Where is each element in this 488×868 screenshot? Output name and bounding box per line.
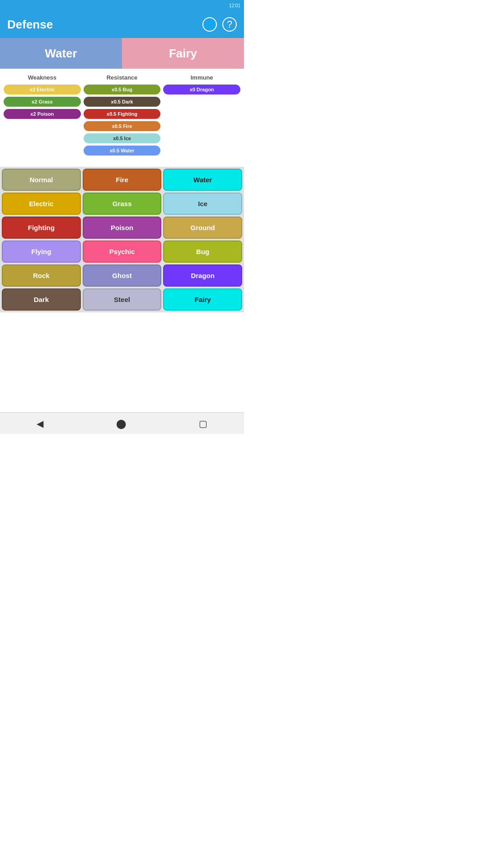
page-title: Defense bbox=[7, 18, 53, 32]
weakness-column: Weakness x2 Electric x2 Grass x2 Poison bbox=[4, 74, 81, 158]
type-grid-btn-ghost[interactable]: Ghost bbox=[83, 264, 162, 287]
type-button-water[interactable]: Water bbox=[0, 38, 122, 69]
app-header: Defense 🌐 ? bbox=[0, 11, 244, 38]
weakness-poison[interactable]: x2 Poison bbox=[4, 109, 81, 119]
type-grid-btn-poison[interactable]: Poison bbox=[83, 217, 162, 239]
type-grid-btn-electric[interactable]: Electric bbox=[2, 193, 81, 215]
type-grid-btn-ground[interactable]: Ground bbox=[163, 217, 242, 239]
type-grid-btn-psychic[interactable]: Psychic bbox=[83, 241, 162, 263]
recents-button[interactable]: ▢ bbox=[199, 418, 207, 429]
back-button[interactable]: ◀ bbox=[37, 418, 43, 429]
resistance-fighting[interactable]: x0.5 Fighting bbox=[84, 109, 161, 119]
type-grid-btn-ice[interactable]: Ice bbox=[163, 193, 242, 215]
defense-columns: Weakness x2 Electric x2 Grass x2 Poison … bbox=[4, 74, 240, 158]
resistance-column: Resistance x0.5 Bug x0.5 Dark x0.5 Fight… bbox=[84, 74, 161, 158]
type-grid-btn-fire[interactable]: Fire bbox=[83, 169, 162, 191]
type-button-fairy[interactable]: Fairy bbox=[122, 38, 244, 69]
type-grid-btn-fighting[interactable]: Fighting bbox=[2, 217, 81, 239]
type-grid-btn-fairy[interactable]: Fairy bbox=[163, 288, 242, 311]
globe-icon[interactable]: 🌐 bbox=[202, 17, 217, 32]
weakness-header: Weakness bbox=[4, 74, 81, 81]
status-time: 12:01 bbox=[229, 3, 240, 8]
type-grid-btn-flying[interactable]: Flying bbox=[2, 241, 81, 263]
type-grid: NormalFireWaterElectricGrassIceFightingP… bbox=[0, 167, 244, 312]
weakness-electric[interactable]: x2 Electric bbox=[4, 85, 81, 94]
help-icon[interactable]: ? bbox=[222, 17, 237, 32]
resistance-bug[interactable]: x0.5 Bug bbox=[84, 85, 161, 94]
type-grid-btn-normal[interactable]: Normal bbox=[2, 169, 81, 191]
type-grid-btn-steel[interactable]: Steel bbox=[83, 288, 162, 311]
type-grid-btn-water[interactable]: Water bbox=[163, 169, 242, 191]
type-grid-btn-dark[interactable]: Dark bbox=[2, 288, 81, 311]
immune-dragon[interactable]: x0 Dragon bbox=[163, 85, 240, 94]
type-grid-btn-bug[interactable]: Bug bbox=[163, 241, 242, 263]
immune-column: Immune x0 Dragon bbox=[163, 74, 240, 158]
weakness-grass[interactable]: x2 Grass bbox=[4, 97, 81, 107]
immune-header: Immune bbox=[163, 74, 240, 81]
header-icons: 🌐 ? bbox=[202, 17, 237, 32]
status-bar: 12:01 bbox=[0, 0, 244, 11]
resistance-header: Resistance bbox=[84, 74, 161, 81]
type-selector: Water Fairy bbox=[0, 38, 244, 69]
type-grid-btn-grass[interactable]: Grass bbox=[83, 193, 162, 215]
resistance-fire[interactable]: x0.5 Fire bbox=[84, 121, 161, 131]
defense-info: Weakness x2 Electric x2 Grass x2 Poison … bbox=[0, 69, 244, 163]
type-grid-btn-rock[interactable]: Rock bbox=[2, 264, 81, 287]
navigation-bar: ◀ ⬤ ▢ bbox=[0, 412, 244, 434]
resistance-ice[interactable]: x0.5 Ice bbox=[84, 133, 161, 143]
home-button[interactable]: ⬤ bbox=[116, 418, 126, 429]
resistance-dark[interactable]: x0.5 Dark bbox=[84, 97, 161, 107]
resistance-water[interactable]: x0.5 Water bbox=[84, 146, 161, 156]
type-grid-btn-dragon[interactable]: Dragon bbox=[163, 264, 242, 287]
